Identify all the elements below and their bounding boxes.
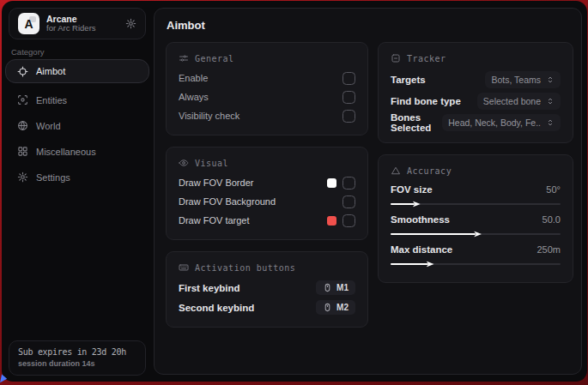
sidebar: A Arcane for Arc Riders Category [2, 1, 154, 382]
session-duration-text: session duration 14s [18, 359, 136, 368]
setting-row-find-bone-type: Find bone type Selected bone [391, 90, 561, 111]
dropdown-value: Head, Neck, Body, Fe.. [448, 117, 541, 128]
setting-label: Visibility check [179, 111, 239, 121]
find-bone-type-dropdown[interactable]: Selected bone [477, 93, 561, 110]
sidebar-item-label: Settings [36, 172, 70, 183]
slider-thumb[interactable] [413, 201, 421, 208]
bones-selected-dropdown[interactable]: Head, Neck, Body, Fe.. [442, 114, 561, 131]
activation-card-header: Activation buttons [179, 260, 355, 275]
sidebar-item-label: World [36, 121, 61, 131]
tracker-card-title: Tracker [407, 54, 446, 63]
visual-card-header: Visual [179, 155, 355, 171]
fov-target-checkbox[interactable] [342, 214, 355, 227]
slider-thumb[interactable] [474, 231, 482, 238]
sidebar-item-entities[interactable]: Entities [5, 87, 149, 112]
slider-head: FOV size 50° [391, 183, 561, 196]
slider-fill [391, 233, 476, 235]
sub-expiry-text: Sub expires in 23d 20h [18, 347, 136, 357]
smoothness-slider[interactable] [391, 233, 561, 235]
tracker-square-icon [391, 53, 401, 63]
accuracy-card-header: Accuracy [391, 163, 561, 178]
brand-card: A Arcane for Arc Riders [9, 8, 146, 39]
dropdown-value: Selected bone [483, 96, 541, 106]
unfold-icon [546, 75, 555, 84]
accuracy-card: Accuracy FOV size 50° [378, 154, 573, 283]
keyboard-icon [179, 262, 189, 273]
keybind-value: M2 [336, 303, 349, 312]
targets-dropdown[interactable]: Bots, Teams [485, 71, 561, 88]
first-keybind-button[interactable]: M1 [316, 280, 355, 295]
always-checkbox[interactable] [342, 91, 355, 104]
main-panel: Aimbot General Enable [154, 8, 582, 375]
gear-icon[interactable] [125, 18, 136, 29]
setting-label: Draw FOV Border [179, 177, 253, 188]
unfold-icon [546, 118, 555, 127]
fov-background-checkbox[interactable] [342, 196, 355, 208]
crosshair-icon [17, 66, 28, 77]
activation-card: Activation buttons First keybind M1 [166, 251, 368, 328]
setting-row-fov-background: Draw FOV Background [179, 192, 355, 211]
setting-label: Draw FOV target [179, 215, 250, 226]
mouse-icon [323, 303, 332, 312]
setting-label: Enable [179, 73, 208, 83]
sliders-icon [179, 53, 189, 63]
second-keybind-button[interactable]: M2 [316, 300, 355, 315]
setting-label: Second keybind [179, 303, 254, 313]
setting-row-visibility-check: Visibility check [179, 106, 355, 125]
slider-thumb[interactable] [427, 261, 434, 268]
setting-label: Bones Selected [391, 112, 442, 133]
scan-eye-icon [17, 94, 28, 105]
enable-checkbox[interactable] [342, 72, 355, 85]
sidebar-item-aimbot[interactable]: Aimbot [5, 59, 149, 83]
sidebar-item-settings[interactable]: Settings [5, 165, 149, 189]
setting-row-always: Always [179, 87, 355, 106]
slider-label: FOV size [391, 184, 433, 195]
setting-label: Draw FOV Background [179, 196, 276, 207]
setting-label: Targets [391, 75, 426, 85]
fov-size-slider[interactable] [391, 203, 561, 205]
setting-row-enable: Enable [179, 69, 355, 87]
setting-label: Find bone type [391, 96, 461, 106]
mouse-icon [323, 283, 332, 292]
fov-target-color-swatch[interactable] [327, 216, 336, 226]
slider-value: 250m [536, 244, 561, 255]
tracker-card: Tracker Targets Bots, Teams [378, 42, 573, 143]
unfold-icon [546, 97, 555, 105]
sidebar-item-miscellaneous[interactable]: Miscellaneous [5, 139, 149, 164]
globe-icon [17, 120, 28, 131]
fov-border-checkbox[interactable] [342, 177, 355, 189]
general-card-title: General [195, 54, 234, 63]
activation-card-title: Activation buttons [195, 263, 295, 273]
general-card-header: General [179, 51, 355, 66]
visual-card-title: Visual [195, 159, 228, 168]
max-distance-slider[interactable] [391, 263, 561, 265]
setting-row-second-keybind: Second keybind M2 [179, 298, 355, 317]
triangle-icon [391, 165, 401, 176]
brand-subtitle: for Arc Riders [46, 24, 118, 33]
slider-fill [391, 263, 428, 265]
slider-value: 50° [546, 184, 561, 195]
content-columns: General Enable Always Visibility check [166, 42, 573, 328]
dropdown-value: Bots, Teams [491, 75, 541, 85]
visibility-check-checkbox[interactable] [342, 110, 355, 123]
brand-text: Arcane for Arc Riders [46, 14, 118, 33]
setting-row-first-keybind: First keybind M1 [179, 278, 355, 298]
subscription-card: Sub expires in 23d 20h session duration … [9, 340, 146, 376]
category-label: Category [11, 47, 45, 57]
slider-head: Max distance 250m [391, 243, 561, 256]
fov-border-color-swatch[interactable] [327, 178, 336, 188]
row-controls [327, 214, 355, 227]
max-distance-slider-block: Max distance 250m [391, 243, 561, 265]
left-column: General Enable Always Visibility check [166, 42, 368, 328]
tracker-card-header: Tracker [391, 51, 561, 66]
setting-row-fov-target: Draw FOV target [179, 211, 355, 230]
sidebar-item-world[interactable]: World [5, 113, 149, 138]
page-title: Aimbot [167, 19, 573, 32]
brand-logo: A [18, 13, 39, 34]
slider-label: Max distance [391, 244, 452, 255]
slider-fill [391, 203, 415, 205]
eye-icon [179, 158, 189, 168]
row-controls [327, 177, 355, 189]
slider-label: Smoothness [391, 214, 450, 225]
setting-row-bones-selected: Bones Selected Head, Neck, Body, Fe.. [391, 111, 561, 133]
